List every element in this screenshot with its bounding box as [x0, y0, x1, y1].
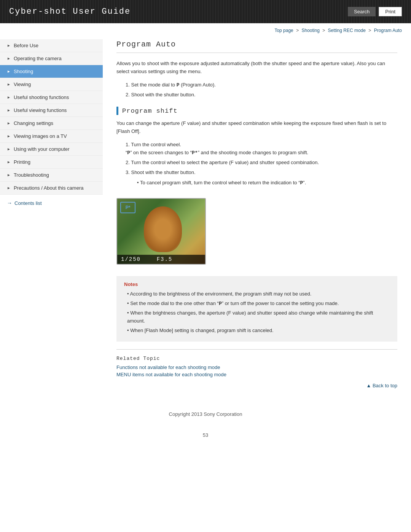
- blue-bar-icon: [116, 107, 118, 115]
- camera-bottom-bar: 1/250 F3.5: [117, 255, 205, 264]
- chevron-right-icon: ►: [7, 160, 11, 164]
- sub-step-2: Turn the control wheel to select the ape…: [126, 159, 397, 167]
- section-heading: Program shift: [116, 107, 397, 115]
- sidebar-label-changing-settings: Changing settings: [14, 120, 53, 126]
- sidebar-label-printing: Printing: [14, 159, 30, 165]
- footer: Copyright 2013 Sony Corporation: [0, 404, 411, 428]
- breadcrumb-program-auto[interactable]: Program Auto: [374, 28, 402, 33]
- sidebar: ► Before Use ► Operating the camera ► Sh…: [0, 36, 103, 396]
- sidebar-label-before-use: Before Use: [14, 43, 38, 48]
- section-title: Program shift: [122, 107, 178, 115]
- related-link-1[interactable]: Functions not available for each shootin…: [116, 364, 397, 370]
- sidebar-item-useful-viewing[interactable]: ► Useful viewing functions: [0, 104, 103, 117]
- chevron-right-icon: ►: [7, 95, 11, 99]
- sub-step-1-note: “P” on the screen changes to “P*” and th…: [126, 150, 308, 155]
- sidebar-item-printing[interactable]: ► Printing: [0, 156, 103, 169]
- search-button[interactable]: Search: [348, 7, 376, 16]
- arrow-right-icon: →: [7, 200, 12, 206]
- contents-link-wrap: → Contents list: [0, 195, 103, 211]
- note-item-2: Set the mode dial to the one other than …: [127, 300, 390, 308]
- chevron-right-icon: ►: [7, 173, 11, 177]
- program-shift-icon: P*: [126, 205, 131, 210]
- sidebar-item-operating-camera[interactable]: ► Operating the camera: [0, 52, 103, 65]
- sidebar-label-troubleshooting: Troubleshooting: [14, 172, 49, 178]
- contents-list-link[interactable]: Contents list: [14, 200, 42, 206]
- sidebar-label-shooting: Shooting: [14, 69, 33, 74]
- back-to-top-link[interactable]: ▲ Back to top: [366, 383, 397, 388]
- sidebar-item-viewing-tv[interactable]: ► Viewing images on a TV: [0, 130, 103, 143]
- sub-step-3-bullets: To cancel program shift, turn the contro…: [137, 179, 397, 187]
- note-item-4: When [Flash Mode] setting is changed, pr…: [127, 327, 390, 335]
- sidebar-item-viewing[interactable]: ► Viewing: [0, 78, 103, 91]
- sidebar-item-using-computer[interactable]: ► Using with your computer: [0, 143, 103, 156]
- p-symbol: P: [177, 82, 180, 88]
- sidebar-label-operating-camera: Operating the camera: [14, 56, 62, 61]
- sidebar-item-useful-shooting[interactable]: ► Useful shooting functions: [0, 91, 103, 104]
- main-layout: ► Before Use ► Operating the camera ► Sh…: [0, 36, 411, 404]
- breadcrumb-rec-mode[interactable]: Setting REC mode: [328, 28, 366, 33]
- page-number: 53: [0, 432, 411, 438]
- sidebar-item-changing-settings[interactable]: ► Changing settings: [0, 117, 103, 130]
- notes-box: Notes According to the brightness of the…: [116, 276, 397, 342]
- sidebar-label-viewing-tv: Viewing images on a TV: [14, 133, 67, 139]
- camera-display-image: P* 1/250 F3.5: [116, 198, 206, 265]
- sidebar-label-viewing: Viewing: [14, 81, 31, 87]
- chevron-right-icon: ►: [7, 147, 11, 151]
- breadcrumb-shooting[interactable]: Shooting: [301, 28, 319, 33]
- related-link-2[interactable]: MENU items not available for each shooti…: [116, 372, 397, 377]
- note-item-3: When the brightness changes, the apertur…: [127, 309, 390, 325]
- page-title: Program Auto: [116, 40, 397, 53]
- aperture-value: F3.5: [157, 256, 173, 262]
- chevron-right-icon: ►: [7, 186, 11, 190]
- main-steps: Set the mode dial to P (Program Auto). S…: [126, 81, 397, 99]
- camera-overlay: P*: [120, 202, 135, 213]
- sidebar-label-precautions: Precautions / About this camera: [14, 185, 84, 191]
- sidebar-item-precautions[interactable]: ► Precautions / About this camera: [0, 182, 103, 195]
- notes-title: Notes: [124, 281, 390, 287]
- app-title: Cyber-shot User Guide: [9, 7, 131, 16]
- sidebar-label-useful-viewing: Useful viewing functions: [14, 107, 67, 113]
- back-to-top-wrap: ▲ Back to top: [116, 379, 397, 388]
- sub-step-3: Shoot with the shutter button. To cancel…: [126, 169, 397, 187]
- chevron-right-icon: ►: [7, 108, 11, 112]
- section-intro: You can change the aperture (F value) an…: [116, 120, 397, 136]
- chevron-right-icon: ►: [7, 82, 11, 86]
- print-button[interactable]: Print: [379, 7, 402, 16]
- copyright-text: Copyright 2013 Sony Corporation: [169, 411, 242, 417]
- note-item-1: According to the brightness of the envir…: [127, 290, 390, 298]
- header-buttons: Search Print: [348, 7, 402, 16]
- cancel-note: To cancel program shift, turn the contro…: [137, 179, 397, 187]
- sidebar-item-troubleshooting[interactable]: ► Troubleshooting: [0, 169, 103, 182]
- chevron-right-icon: ►: [7, 56, 11, 61]
- sidebar-item-shooting[interactable]: ► Shooting: [0, 65, 103, 78]
- chevron-right-icon: ►: [7, 134, 11, 138]
- sub-step-1: Turn the control wheel. “P” on the scree…: [126, 141, 397, 157]
- notes-list: According to the brightness of the envir…: [127, 290, 390, 335]
- sidebar-label-useful-shooting: Useful shooting functions: [14, 94, 69, 100]
- step-2: Shoot with the shutter button.: [126, 91, 397, 99]
- breadcrumb: Top page > Shooting > Setting REC mode >…: [0, 23, 411, 36]
- step-1: Set the mode dial to P (Program Auto).: [126, 81, 397, 89]
- chevron-right-icon: ►: [7, 43, 11, 48]
- sidebar-item-before-use[interactable]: ► Before Use: [0, 39, 103, 52]
- camera-image-wrap: P* 1/250 F3.5: [116, 198, 206, 265]
- sub-steps-list: Turn the control wheel. “P” on the scree…: [126, 141, 397, 187]
- breadcrumb-top[interactable]: Top page: [274, 28, 293, 33]
- chevron-right-icon: ►: [7, 121, 11, 125]
- related-topic: Related Topic Functions not available fo…: [116, 349, 397, 377]
- content-area: Program Auto Allows you to shoot with th…: [103, 36, 411, 396]
- sidebar-label-using-computer: Using with your computer: [14, 146, 70, 152]
- shutter-speed-value: 1/250: [121, 256, 141, 262]
- chevron-right-icon: ►: [7, 69, 11, 73]
- intro-text: Allows you to shoot with the exposure ad…: [116, 60, 397, 76]
- header: Cyber-shot User Guide Search Print: [0, 0, 411, 23]
- related-topic-title: Related Topic: [116, 356, 397, 361]
